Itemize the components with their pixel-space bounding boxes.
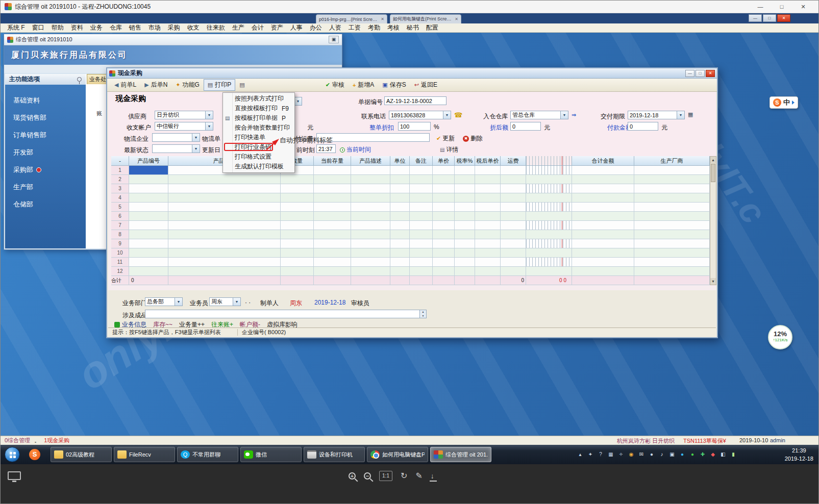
table-cell[interactable]: [501, 267, 526, 276]
row-number[interactable]: 5: [111, 203, 129, 212]
table-cell[interactable]: [501, 221, 526, 230]
table-cell[interactable]: [572, 267, 634, 276]
table-cell[interactable]: [475, 166, 501, 175]
dept-select[interactable]: 总务部▼: [145, 297, 183, 306]
remote-minimize-icon[interactable]: —: [749, 14, 762, 22]
tab-close-icon[interactable]: ✕: [455, 17, 458, 21]
details-button[interactable]: ▤详情: [440, 145, 458, 154]
row-number[interactable]: 4: [111, 193, 129, 203]
table-cell[interactable]: [390, 184, 410, 193]
table-cell[interactable]: [390, 175, 410, 184]
table-cell[interactable]: [634, 221, 710, 230]
menu-item[interactable]: 采购: [164, 23, 184, 32]
chevron-down-icon[interactable]: ▼: [443, 111, 451, 119]
table-cell[interactable]: [281, 248, 314, 258]
table-cell[interactable]: [634, 239, 710, 248]
table-cell[interactable]: [526, 166, 572, 175]
menu-item[interactable]: 生产: [229, 23, 248, 32]
zoom-in-icon[interactable]: +: [349, 472, 356, 480]
menu-item[interactable]: 系统 F: [4, 23, 29, 32]
tray-wechat-icon[interactable]: ●: [688, 450, 697, 459]
table-cell[interactable]: [351, 212, 390, 221]
footer-link[interactable]: 帐户额-: [240, 320, 260, 329]
taskbar-button[interactable]: 如何用电脑键盘P...: [367, 447, 428, 462]
table-cell[interactable]: [410, 166, 433, 175]
discount-field[interactable]: 100: [398, 122, 431, 131]
table-cell[interactable]: [281, 258, 314, 267]
chevron-down-icon[interactable]: ▼: [677, 111, 684, 119]
table-cell[interactable]: [351, 193, 390, 203]
table-cell[interactable]: [281, 212, 314, 221]
table-cell[interactable]: [455, 193, 475, 203]
table-cell[interactable]: [455, 258, 475, 267]
download-icon[interactable]: ↓: [431, 471, 434, 481]
browser-tab[interactable]: 如何用电脑键盘(Print Scre…✕: [390, 14, 461, 23]
table-cell[interactable]: [390, 258, 410, 267]
table-cell[interactable]: [455, 212, 475, 221]
toolbar-print-button[interactable]: ▤打印P: [204, 79, 235, 91]
table-cell[interactable]: [433, 267, 455, 276]
tray-volume-icon[interactable]: ♪: [658, 450, 666, 459]
table-cell[interactable]: [410, 175, 433, 184]
supplier-select[interactable]: 日升纺织▼: [155, 111, 213, 119]
table-cell[interactable]: [433, 203, 455, 212]
table-cell[interactable]: [455, 184, 475, 193]
print-menu-item[interactable]: 按合并物资数量打印: [223, 123, 294, 133]
chevron-down-icon[interactable]: ▼: [175, 298, 182, 306]
menu-item[interactable]: 收支: [184, 23, 203, 32]
vertical-scrollbar[interactable]: ▲ ▼: [710, 156, 716, 285]
column-header[interactable]: 产品描述: [351, 156, 390, 166]
table-cell[interactable]: [168, 221, 281, 230]
table-cell[interactable]: [634, 193, 710, 203]
table-cell[interactable]: [390, 193, 410, 203]
warehouse-select[interactable]: 管总仓库▼: [510, 111, 568, 119]
status-module-label[interactable]: 0综合管理: [5, 437, 30, 444]
table-cell[interactable]: [634, 267, 710, 276]
footer-link[interactable]: 业务信息: [114, 320, 146, 329]
window-restore-icon[interactable]: ▣: [329, 36, 339, 43]
chevron-down-icon[interactable]: ▼: [560, 111, 568, 119]
table-cell[interactable]: [129, 166, 168, 175]
table-cell[interactable]: [501, 248, 526, 258]
table-cell[interactable]: [433, 230, 455, 239]
table-cell[interactable]: [501, 184, 526, 193]
table-cell[interactable]: [351, 184, 390, 193]
table-cell[interactable]: [390, 212, 410, 221]
status-doc-label[interactable]: 1现金采购: [44, 437, 69, 444]
table-cell[interactable]: [455, 175, 475, 184]
table-cell[interactable]: [351, 248, 390, 258]
table-cell[interactable]: [501, 175, 526, 184]
table-cell[interactable]: [351, 166, 390, 175]
table-cell[interactable]: [572, 239, 634, 248]
after-discount-field[interactable]: 0: [510, 122, 541, 131]
table-cell[interactable]: [314, 239, 351, 248]
table-cell[interactable]: [129, 258, 168, 267]
table-cell[interactable]: [390, 166, 410, 175]
table-cell[interactable]: [314, 203, 351, 212]
tray-display-icon[interactable]: ▦: [607, 450, 615, 459]
table-cell[interactable]: [475, 230, 501, 239]
column-header[interactable]: -: [111, 156, 129, 166]
zoom-ratio-button[interactable]: 1:1: [379, 471, 392, 481]
table-cell[interactable]: [433, 221, 455, 230]
row-number[interactable]: 1: [111, 166, 129, 175]
tray-mail-icon[interactable]: ✉: [637, 450, 646, 459]
table-cell[interactable]: [455, 248, 475, 258]
maximize-icon[interactable]: □: [696, 70, 705, 77]
sidebar-item[interactable]: 仓储部: [5, 196, 86, 213]
table-cell[interactable]: [433, 166, 455, 175]
table-cell[interactable]: [526, 230, 572, 239]
table-cell[interactable]: [410, 258, 433, 267]
column-header[interactable]: 产品编号: [129, 156, 168, 166]
table-cell[interactable]: [455, 203, 475, 212]
pin-icon[interactable]: [77, 77, 82, 82]
table-cell[interactable]: [168, 230, 281, 239]
scrollbar-thumb[interactable]: [711, 164, 715, 182]
table-cell[interactable]: [501, 239, 526, 248]
table-cell[interactable]: [129, 212, 168, 221]
table-cell[interactable]: [314, 267, 351, 276]
table-cell[interactable]: [351, 239, 390, 248]
minimize-icon[interactable]: —: [756, 4, 764, 10]
menu-item[interactable]: 仓库: [106, 23, 126, 32]
table-cell[interactable]: [634, 184, 710, 193]
